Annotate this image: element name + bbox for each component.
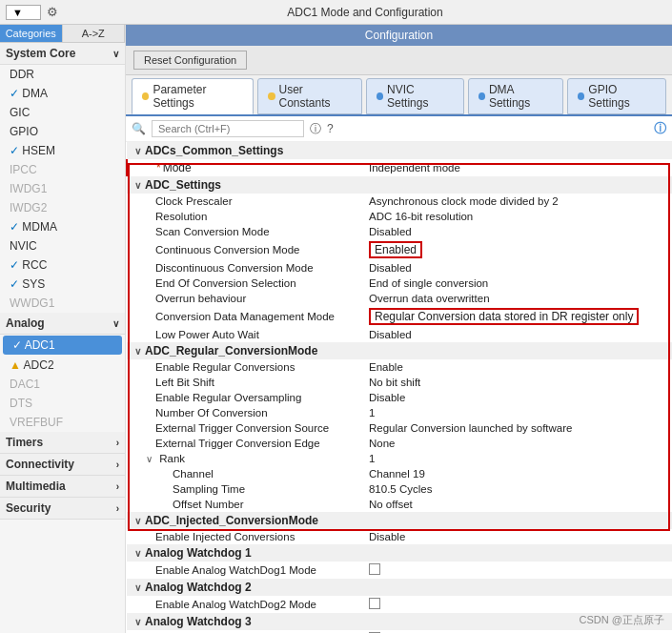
sidebar-section-system-core[interactable]: System Core ∨ — [0, 43, 125, 65]
reset-config-button[interactable]: Reset Configuration — [133, 51, 247, 70]
dropdown-button[interactable]: ▼ — [6, 5, 41, 20]
config-toolbar: Reset Configuration — [126, 46, 672, 75]
info-circle-icon[interactable]: ⓘ — [310, 121, 321, 137]
sidebar-section-multimedia[interactable]: Multimedia › — [0, 476, 125, 498]
section-adc-settings: ∨ADC_Settings — [127, 176, 672, 194]
table-row: Enable Analog WatchDog1 Mode — [127, 562, 672, 579]
chevron-right-icon-connectivity: › — [116, 459, 119, 470]
sidebar-item-hsem[interactable]: HSEM — [0, 141, 125, 160]
tab-atoz[interactable]: A->Z — [63, 25, 126, 42]
search-input[interactable] — [152, 120, 304, 137]
top-bar: ▼ ⚙ ADC1 Mode and Configuration — [0, 0, 672, 25]
table-row: Resolution ADC 16-bit resolution — [127, 209, 672, 224]
sidebar: Categories A->Z System Core ∨ DDR DMA GI… — [0, 25, 126, 633]
table-row: Enable Regular Conversions Enable — [127, 359, 672, 375]
table-row: Enable Injected Conversions Disable — [127, 529, 672, 544]
table-row-conv-data: Conversion Data Management Mode Regular … — [127, 306, 672, 327]
search-icon: 🔍 — [132, 122, 146, 135]
table-row: External Trigger Conversion Edge None — [127, 436, 672, 451]
sidebar-section-security[interactable]: Security › — [0, 498, 125, 520]
param-table: ∨ADCs_Common_Settings *Mode Independent … — [126, 142, 672, 633]
tab-dot-user — [268, 92, 275, 100]
table-row: Scan Conversion Mode Disabled — [127, 224, 672, 239]
chevron-down-icon: ∨ — [112, 49, 119, 59]
table-row: ∨ Rank 1 — [127, 451, 672, 466]
info-icon[interactable]: ⓘ — [654, 120, 666, 137]
table-row: *Mode Independent mode — [127, 159, 672, 176]
section-watchdog1: ∨Analog Watchdog 1 — [127, 544, 672, 562]
sidebar-item-iwdg2[interactable]: IWDG2 — [0, 198, 125, 217]
tab-categories[interactable]: Categories — [0, 25, 63, 42]
tab-nvic-settings[interactable]: NVIC Settings — [366, 78, 464, 114]
table-row: Low Power Auto Wait Disabled — [127, 327, 672, 342]
help-icon[interactable]: ? — [327, 122, 334, 135]
tab-dot-param — [142, 92, 149, 100]
tab-dot-gpio — [578, 92, 584, 100]
section-adc-regular: ∨ADC_Regular_ConversionMode — [127, 342, 672, 359]
sidebar-item-adc2[interactable]: ADC2 — [0, 356, 125, 375]
sidebar-tabs: Categories A->Z — [0, 25, 125, 43]
search-row: 🔍 ⓘ ? ⓘ — [126, 116, 672, 142]
sidebar-item-iwdg1[interactable]: IWDG1 — [0, 179, 125, 198]
table-row: Overrun behaviour Overrun data overwritt… — [127, 291, 672, 306]
table-row: Sampling Time 810.5 Cycles — [127, 481, 672, 497]
table-row: Enable Analog WatchDog2 Mode — [127, 596, 672, 613]
tab-dot-nvic — [377, 92, 383, 100]
watermark: CSDN @正点原子 — [580, 613, 664, 627]
sidebar-item-mdma[interactable]: MDMA — [0, 217, 125, 236]
sidebar-item-vrefbuf[interactable]: VREFBUF — [0, 413, 125, 432]
sidebar-item-sys[interactable]: SYS — [0, 275, 125, 294]
chevron-right-icon-security: › — [116, 503, 119, 514]
tab-gpio-settings[interactable]: GPIO Settings — [567, 78, 666, 114]
chevron-down-icon-analog: ∨ — [112, 318, 119, 329]
table-row-continuous: Continuous Conversion Mode Enabled — [127, 239, 672, 260]
chevron-right-icon-timers: › — [116, 438, 119, 448]
table-row: External Trigger Conversion Source Regul… — [127, 420, 672, 436]
sidebar-item-dts[interactable]: DTS — [0, 394, 125, 413]
sidebar-item-adc1[interactable]: ✓ ADC1 — [3, 336, 122, 355]
gear-icon: ⚙ — [47, 5, 58, 19]
tabs-row: Parameter Settings User Constants NVIC S… — [126, 75, 672, 116]
section-adcs-common: ∨ADCs_Common_Settings — [127, 142, 672, 159]
table-row: Channel Channel 19 — [127, 466, 672, 481]
table-row: Clock Prescaler Asynchronous clock mode … — [127, 194, 672, 209]
content-area: Configuration Reset Configuration Parame… — [126, 25, 672, 633]
window-title: ADC1 Mode and Configuration — [64, 6, 666, 19]
sidebar-item-ipcc[interactable]: IPCC — [0, 160, 125, 179]
sidebar-section-analog[interactable]: Analog ∨ — [0, 313, 125, 335]
sidebar-item-dac1[interactable]: DAC1 — [0, 375, 125, 394]
table-row: Number Of Conversion 1 — [127, 405, 672, 420]
chevron-right-icon-multimedia: › — [116, 481, 119, 492]
param-table-container: ∨ADCs_Common_Settings *Mode Independent … — [126, 142, 672, 633]
table-row: Enable Regular Oversampling Disable — [127, 390, 672, 405]
table-row: Discontinuous Conversion Mode Disabled — [127, 260, 672, 276]
table-row: End Of Conversion Selection End of singl… — [127, 276, 672, 291]
config-header: Configuration — [126, 25, 672, 46]
table-row: Offset Number No offset — [127, 497, 672, 512]
table-row: Left Bit Shift No bit shift — [127, 375, 672, 390]
sidebar-item-rcc[interactable]: RCC — [0, 255, 125, 275]
sidebar-item-dma[interactable]: DMA — [0, 84, 125, 103]
tab-dma-settings[interactable]: DMA Settings — [468, 78, 563, 114]
section-watchdog2: ∨Analog Watchdog 2 — [127, 579, 672, 596]
section-adc-injected: ∨ADC_Injected_ConversionMode — [127, 512, 672, 529]
sidebar-item-gic[interactable]: GIC — [0, 103, 125, 122]
tab-user-constants[interactable]: User Constants — [257, 78, 362, 114]
sidebar-section-timers[interactable]: Timers › — [0, 432, 125, 454]
tab-dot-dma — [479, 92, 485, 100]
sidebar-item-wwdg1[interactable]: WWDG1 — [0, 294, 125, 313]
sidebar-item-gpio[interactable]: GPIO — [0, 122, 125, 141]
sidebar-section-connectivity[interactable]: Connectivity › — [0, 454, 125, 476]
sidebar-item-nvic[interactable]: NVIC — [0, 236, 125, 255]
tab-parameter-settings[interactable]: Parameter Settings — [132, 78, 254, 114]
sidebar-item-ddr[interactable]: DDR — [0, 65, 125, 84]
